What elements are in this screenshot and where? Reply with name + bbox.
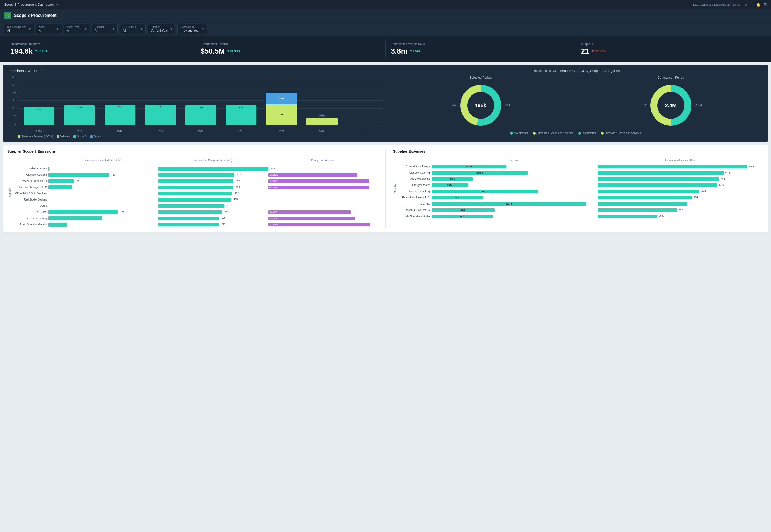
supplier-name-7: RCE, Inc. (12, 209, 48, 215)
filter-label-6: Compare To (180, 26, 199, 28)
exp-name-0: Constellation Energy (398, 164, 432, 169)
hbar-row-4-col1 (48, 191, 158, 196)
expense-col-header: Expense (432, 157, 598, 164)
supplier-name-9: Gusto Sound and Audio (12, 222, 48, 227)
filter-duration[interactable]: Duration Current Year ▼ (148, 24, 175, 34)
kpi-suppliers: Suppliers 21 ▼19.23% (576, 40, 766, 57)
filter-label-1: Asset (39, 26, 45, 28)
ratio-col: Emission to Expense Ratio 725μ 607μ 57 (598, 157, 764, 220)
filter-label-0: Business Region (7, 26, 26, 28)
menu-icon[interactable]: ☰ (763, 3, 767, 7)
hbar-row-7-col2: 398 (158, 209, 268, 215)
legend-dot-vehicles (57, 135, 59, 138)
legend-dot-investments-left (510, 132, 513, 135)
hbar-row-8-col3: -79.37% (268, 216, 378, 221)
hbar-row-0-col2: 685 (158, 166, 268, 172)
supplier-name-6: Acme (12, 203, 48, 209)
hbar-row-2-col3: -92.31% (268, 178, 378, 184)
exp-row-4-expense: $161k (432, 189, 598, 194)
bar-chart-area: 2.2M 2.4M 2.5M (18, 76, 383, 125)
legend-stationary: Stationary Sources (tCO2e) (18, 135, 53, 138)
kpi-number-0: 194.6k (10, 47, 33, 55)
hbar-row-4-col2: 462 (158, 191, 268, 196)
ghg-chart-title: Emissions for Greenhouse Gas (GHG) Scope… (388, 69, 764, 73)
expand-icon[interactable]: ⤢ (745, 3, 748, 7)
supplier-name-3: Five Winds Project, LLC (12, 184, 48, 190)
donut-selected-right-label: 104k (505, 104, 511, 107)
exp-name-1: Glasgow Catering (398, 170, 432, 176)
exp-row-1-ratio: 607μ (598, 170, 764, 176)
filter-arrow-3: ▼ (112, 28, 115, 31)
title-dropdown-icon[interactable]: ▼ (56, 3, 59, 6)
bar-chart-container: 6m 5m 4m 3m 2m 1m 0 (7, 76, 383, 133)
ghg-chart: Emissions for Greenhouse Gas (GHG) Scope… (388, 69, 764, 138)
donut-comparison-center: 2.4M (665, 102, 676, 108)
supplier-name-0: salesforce.com (12, 166, 48, 172)
bar-2018: 2.5M (101, 76, 139, 125)
hbar-row-6-col1 (48, 203, 158, 209)
filters-bar: Business Region All ▼ Asset All ▼ Asset … (0, 22, 771, 36)
filter-arrow-2: ▼ (84, 28, 87, 31)
donut-selected-center: 195k (475, 102, 486, 108)
col-comparison: Emissions in Comparison Period (... 685 … (158, 157, 268, 228)
charts-bottom-row: Supplier Scope 3 Emissions Supplier sale… (3, 145, 768, 232)
exp-name-5: Five Winds Project, LLC (398, 195, 432, 201)
supplier-expenses-charts: Supplier Constellation Energy Glasgow Ca… (393, 157, 764, 220)
hbar-row-1-col1: 88 (48, 172, 158, 178)
bell-icon[interactable]: 🔔 (756, 3, 760, 7)
kpi-value-2: 3.8m ▼1.54% (391, 47, 570, 55)
exp-row-7-ratio: 383μ (598, 207, 764, 213)
filter-compare-to[interactable]: Compare To Previous Year ▼ (177, 24, 207, 34)
kpi-number-3: 21 (581, 47, 589, 55)
col-change: Change in Emissions -81.28% -92.31% (268, 157, 378, 228)
col-header-change: Change in Emissions (268, 157, 378, 164)
kpi-emission-expense-ratio: Emission to Expense Ratio 3.8m ▼1.54% (386, 40, 576, 57)
share-icon[interactable]: ↑ (751, 3, 753, 7)
kpi-label-1: Procurement Expense (201, 42, 380, 46)
supplier-emissions-section: Supplier Scope 3 Emissions Supplier sale… (7, 149, 378, 228)
bar-x-labels: 2016 2017 2018 2019 2020 2021 2022 2028 … (18, 130, 383, 133)
filter-arrow-6: ▼ (202, 28, 204, 31)
exp-row-2-ratio: 579μ (598, 176, 764, 182)
legend-dot-scope3 (73, 135, 76, 138)
kpi-delta-1: ▼91.93% (227, 49, 241, 53)
bar-2020: 2.4M (181, 76, 220, 125)
kpi-delta-0: ▼92.05% (35, 49, 48, 53)
exp-row-3-ratio: 578μ (598, 182, 764, 188)
donut-comparison-left-label: 1.2M (641, 104, 647, 107)
bar-2022: 2.8M 3M (262, 76, 301, 125)
donut-comparison-svg-container: 2.4M 1.2M 1.2M (648, 82, 694, 129)
supplier-expenses-section: Supplier Expenses Supplier Constellation… (393, 149, 764, 228)
filter-supplier[interactable]: Supplier All ▼ (92, 24, 118, 34)
exp-row-5-ratio: 454μ (598, 195, 764, 201)
filter-asset-type[interactable]: Asset Type All ▼ (64, 24, 90, 34)
hbar-row-9-col3: -92.84% (268, 222, 378, 227)
emissions-chart-title: Emissions Over Time (7, 69, 383, 73)
donut-selected-period: Selected Period 195k 91k 104k (388, 76, 574, 129)
expense-supplier-names: Constellation Energy Glasgow Catering AB… (398, 157, 432, 220)
legend-dot-stationary (18, 135, 20, 138)
supplier-expenses-title: Supplier Expenses (393, 149, 764, 153)
section-divider (385, 149, 386, 228)
filter-ghg-group[interactable]: GHG Group All ▼ (120, 24, 146, 34)
emissions-over-time-chart: Emissions Over Time 6m 5m 4m 3m 2m 1m 0 (7, 69, 383, 138)
expense-col: Expense $113k $145k $62k $54k $161k (432, 157, 598, 220)
col-header-selected: Emissions in Selected Period (tC... (48, 157, 158, 164)
exp-row-3-expense: $54k (432, 182, 598, 188)
app-header: 🌿 Scope 3 Procurement (0, 9, 771, 22)
hbar-row-0-col3 (268, 166, 378, 172)
exp-row-6-ratio: 432μ (598, 201, 764, 207)
supplier-y-axis-label: Supplier (7, 157, 12, 228)
filter-arrow-1: ▼ (56, 28, 59, 31)
main-content: Emissions Over Time 6m 5m 4m 3m 2m 1m 0 (0, 62, 771, 235)
hbar-row-5-col2: 453 (158, 197, 268, 203)
donut-comparison-period: Comparison Period 2.4M 1.2M 1.2M (578, 76, 764, 129)
filter-business-region[interactable]: Business Region All ▼ (4, 24, 34, 34)
hbar-row-3-col1: 35 (48, 184, 158, 190)
kpi-value-0: 194.6k ▼92.05% (10, 47, 190, 55)
filter-asset[interactable]: Asset All ▼ (36, 24, 62, 34)
filter-value-0: All (7, 29, 10, 32)
kpi-label-2: Emission to Expense Ratio (391, 42, 570, 46)
exp-name-7: Roseburg Products Co (398, 207, 432, 213)
legend-purchased-right: Purchased Goods and Services (601, 132, 641, 135)
